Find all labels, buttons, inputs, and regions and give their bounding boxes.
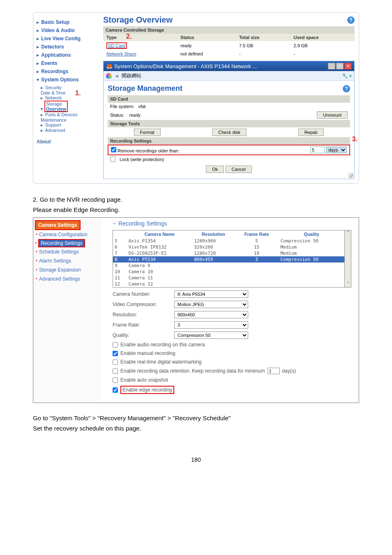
table-row[interactable]: 12Camera 12	[113, 281, 344, 287]
table-row[interactable]: 6VivoTek IP8132320x20015Medium	[113, 244, 344, 250]
repair-button[interactable]: Repair	[298, 129, 324, 136]
table-row[interactable]: 9Camera 9	[113, 263, 344, 269]
quality-select[interactable]: Compression 50	[174, 332, 248, 339]
remove-recordings-checkbox[interactable]	[111, 147, 116, 152]
table-row[interactable]: 11Camera 11	[113, 275, 344, 281]
scrollbar[interactable]: ˄˅	[345, 230, 351, 288]
nav-ports-devices[interactable]: ▸ Ports & Devices	[41, 112, 96, 117]
enable-manual-checkbox[interactable]	[113, 351, 118, 356]
table-row[interactable]: 5Axis P13541280x9605Compression 50	[113, 238, 344, 244]
nav-schedule-settings[interactable]: •Schedule Settings	[35, 247, 99, 256]
footer-line-2: Set the recovery schedule on this page.	[33, 425, 359, 432]
remove-unit-select[interactable]: days	[326, 147, 347, 153]
sdcard-section-header: SD Card	[108, 95, 350, 103]
mgmt-title: Storage Management	[108, 84, 182, 93]
dialog-toolbar: ◄ 開啟網站 🔧 ▾	[104, 71, 354, 81]
annotation-1: 1.	[75, 90, 81, 97]
table-row[interactable]: 7DS-2CD8253F-EI1280x72010Medium	[113, 250, 344, 256]
storage-overview-main: Storage Overview ? Camera Controlled Sto…	[99, 13, 359, 183]
maximize-button[interactable]: □	[336, 63, 344, 69]
retention-days-input[interactable]	[267, 368, 280, 374]
camera-storage-header: Camera Controlled Storage	[103, 26, 355, 34]
table-row[interactable]: 10Camera 10	[113, 269, 344, 275]
nav-advanced[interactable]: ▸ Advanced	[41, 128, 96, 133]
nav-video-audio[interactable]: ▸ Video & Audio	[37, 28, 96, 33]
nav-advanced-settings[interactable]: •Advanced Settings	[35, 274, 99, 283]
nav-recordings[interactable]: ▸ Recordings	[37, 69, 96, 74]
recording-settings-title: −Recording Settings	[113, 220, 351, 227]
enable-autosnapshot-checkbox[interactable]	[113, 378, 118, 383]
dialog-titlebar: 🦊 System Options/Disk Management - AXIS …	[104, 61, 354, 71]
close-button[interactable]: ✕	[344, 63, 352, 69]
frame-rate-select[interactable]: 3	[174, 321, 248, 329]
nav-system-options[interactable]: ▾ System Options	[37, 77, 96, 83]
camera-settings-screenshot: Camera Settings •Camera Configuration •R…	[33, 217, 359, 403]
format-button[interactable]: Format	[134, 129, 161, 136]
nav-basic-setup[interactable]: ▸ Basic Setup	[37, 19, 96, 25]
nav-camera-config[interactable]: •Camera Configuration	[35, 230, 99, 239]
video-compression-select[interactable]: Motion JPEG	[174, 301, 248, 308]
cancel-button[interactable]: Cancel	[226, 166, 252, 173]
page-title: Storage Overview	[103, 15, 173, 25]
nav-live-view[interactable]: ▸ Live View Config	[37, 36, 96, 41]
unmount-button[interactable]: Unmount	[317, 111, 348, 119]
resolution-select[interactable]: 800x450	[174, 311, 248, 318]
instruction-2: Please enable Edge Recording.	[33, 206, 359, 213]
annotation-3: 3.	[352, 136, 357, 143]
enable-audio-checkbox[interactable]	[113, 342, 118, 348]
annotation-2: 2.	[126, 33, 131, 40]
nav-date-time[interactable]: Date & Time 1.	[41, 90, 96, 95]
enable-retention-checkbox[interactable]	[113, 368, 118, 374]
storage-overview-screenshot: ▸ Basic Setup ▸ Video & Audio ▸ Live Vie…	[33, 12, 359, 184]
remove-days-input[interactable]	[310, 147, 325, 153]
recording-settings-main: −Recording Settings Camera Name Resoluti…	[101, 218, 359, 403]
disk-management-dialog: 🦊 System Options/Disk Management - AXIS …	[103, 61, 355, 179]
nav-detectors[interactable]: ▸ Detectors	[37, 44, 96, 50]
nav-overview: Overview	[46, 106, 66, 111]
page-number: 180	[33, 456, 359, 463]
ok-button[interactable]: Ok	[206, 166, 224, 173]
table-row-selected[interactable]: 8Axis P5534800x4503Compression 50	[113, 256, 344, 263]
camera-settings-header: Camera Settings	[35, 220, 81, 230]
nav-storage[interactable]: ▾ StorageOverview	[41, 101, 96, 112]
nav-network[interactable]: ▸ Network	[41, 95, 96, 101]
help-icon[interactable]: ?	[343, 85, 350, 92]
nav-storage-expansion[interactable]: •Storage Expansion	[35, 265, 99, 274]
minimize-button[interactable]: _	[328, 63, 335, 69]
nav-security[interactable]: ▸ Security	[41, 85, 96, 90]
nav-about[interactable]: About	[37, 139, 96, 145]
enable-watermark-checkbox[interactable]	[113, 359, 118, 365]
table-row: Network Share not defined - -	[103, 50, 355, 58]
table-row: SD Card ready 7.5 GB 2.9 GB	[103, 41, 355, 50]
resize-grip-icon[interactable]	[348, 173, 353, 178]
nav-applications[interactable]: ▸ Applications	[37, 52, 96, 58]
nav-events[interactable]: ▸ Events	[37, 60, 96, 66]
storage-tools-header: Storage Tools	[108, 120, 350, 127]
firefox-icon: 🦊	[106, 63, 113, 69]
storage-table: Type 2. Status Total size Used space SD …	[103, 34, 355, 58]
recording-settings-header: Recording Settings3.	[108, 137, 350, 145]
lock-checkbox[interactable]	[110, 157, 115, 162]
footer-line-1: Go to "System Tools" > "Recovery Managem…	[33, 415, 359, 421]
axis-left-nav: ▸ Basic Setup ▸ Video & Audio ▸ Live Vie…	[33, 13, 99, 183]
enable-edge-checkbox[interactable]	[113, 387, 118, 393]
camera-number-select[interactable]: 8: Axis P5534	[174, 290, 248, 298]
nav-recording-settings[interactable]: Recording Settings	[38, 239, 85, 247]
nav-maintenance[interactable]: Maintenance	[41, 117, 96, 122]
check-disk-button[interactable]: Check disk	[212, 129, 247, 136]
network-share-link[interactable]: Network Share	[106, 51, 136, 56]
nav-alarm-settings[interactable]: •Alarm Settings	[35, 256, 99, 265]
instruction-1: 2. Go to the NVR recoding page.	[33, 196, 359, 203]
nav-support[interactable]: ▸ Support	[41, 122, 96, 128]
camera-list-table[interactable]: Camera Name Resolution Frame Rate Qualit…	[113, 230, 344, 287]
help-icon[interactable]: ?	[347, 16, 355, 24]
nvr-left-nav: Camera Settings •Camera Configuration •R…	[33, 218, 101, 403]
sd-card-link[interactable]: SD Card	[108, 43, 125, 48]
palette-icon	[106, 73, 112, 79]
